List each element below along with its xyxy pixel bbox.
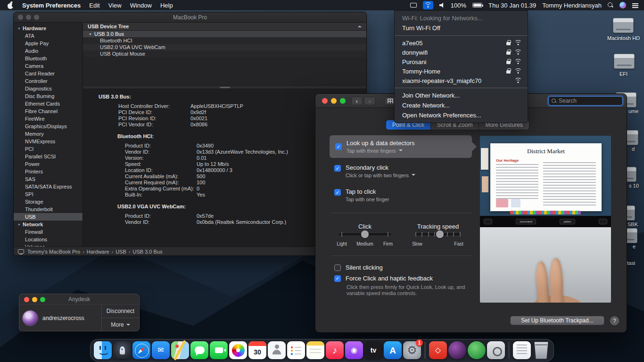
create-network-item[interactable]: Create Network... [395,100,528,110]
menu-edit[interactable]: Edit [89,2,99,9]
siri-icon[interactable] [619,2,626,8]
click-slider[interactable] [339,233,391,235]
dock-green-app-icon[interactable] [468,341,486,359]
dock-trash-icon[interactable] [532,341,550,359]
open-network-preferences-item[interactable]: Open Network Preferences... [395,110,528,120]
tracking-speed-thumb[interactable] [436,230,444,238]
dock-podcasts-icon[interactable]: ◉ [345,341,363,359]
menu-clock[interactable]: Thu 30 Jan 01.39 [488,2,536,9]
dock-maps-icon[interactable] [171,341,189,359]
sidebar-item-disc-burning[interactable]: Disc Burning [14,92,83,100]
dock-anydesk-icon[interactable]: ◇ [429,341,447,359]
display-icon[interactable] [410,3,417,8]
desktop-icon-label[interactable]: d [632,146,635,152]
tracking-speed-slider[interactable] [415,233,461,235]
wifi-network-item[interactable]: a7ee05 [395,38,528,48]
volume-icon[interactable] [439,3,445,8]
sidebar-item-locations[interactable]: Locations [14,236,83,243]
search-input[interactable] [559,98,619,104]
desktop-icon-label[interactable]: ume [628,108,638,114]
secondary-click-checkbox[interactable] [334,165,341,172]
sidebar-item-volumes[interactable]: Volumes [14,243,83,247]
desktop-icon-label[interactable]: SBK [627,222,638,227]
dock-safari-icon[interactable] [132,341,150,359]
disconnect-button[interactable]: Disconnect [102,304,139,318]
dock-music-icon[interactable]: ♪ [326,341,344,359]
minimize-button[interactable] [331,98,337,104]
desktop-icon-label[interactable]: tasi [627,260,635,266]
efi-drive-icon[interactable] [614,54,635,69]
wifi-network-item[interactable]: Purosani [395,57,528,66]
desktop-icon-label[interactable]: EFI [619,71,627,77]
wifi-network-item[interactable]: Tommy-Home [395,66,528,76]
silent-clicking-checkbox[interactable] [334,264,341,271]
sidebar-item-memory[interactable]: Memory [14,130,83,138]
wifi-network-item[interactable]: xiaomi-repeater-v3_miapfc70 [395,76,528,85]
close-button[interactable] [18,15,23,20]
menu-window[interactable]: Window [130,2,152,9]
spotlight-icon[interactable] [608,2,613,8]
menu-app-name[interactable]: System Preferences [22,2,81,9]
menu-help[interactable]: Help [160,2,173,9]
sidebar-item-apple-pay[interactable]: Apple Pay [14,40,83,47]
zoom-button[interactable] [340,98,346,104]
sidebar-item-ata[interactable]: ATA [14,32,83,40]
battery-icon[interactable] [472,3,482,8]
dock-calendar-icon[interactable]: 30 [248,341,266,359]
dock-documents-icon[interactable] [513,341,531,359]
sidebar-item-sata-sata-express[interactable]: SATA/SATA Express [14,183,83,190]
join-other-network-item[interactable]: Join Other Network... [395,90,528,100]
notification-center-icon[interactable] [632,3,638,8]
dock-photos-icon[interactable] [229,341,247,359]
macintosh-hd-icon[interactable] [613,18,634,33]
sidebar-item-firewall[interactable]: Firewall [14,228,83,236]
tree-item-usb-optical-mouse[interactable]: USB Optical Mouse [83,50,366,57]
back-button[interactable]: ‹ [351,97,363,105]
sidebar-item-printers[interactable]: Printers [14,168,83,175]
tree-item-bluetooth-hci[interactable]: Bluetooth HCI [83,37,366,44]
sidebar-item-pci[interactable]: PCI [14,145,83,153]
minimize-button[interactable] [26,15,31,20]
collapse-chevron-icon[interactable] [358,24,362,27]
dock-finder-icon[interactable] [94,341,112,359]
anydesk-titlebar[interactable]: Anydesk [19,294,139,304]
sidebar-item-network[interactable]: Network [14,221,83,228]
sidebar-item-nvmexpress[interactable]: NVMExpress [14,138,83,145]
sidebar-item-ethernet-cards[interactable]: Ethernet Cards [14,100,83,107]
apple-menu-icon[interactable] [8,2,14,9]
click-slider-thumb[interactable] [361,230,369,238]
sidebar-item-thunderbolt[interactable]: Thunderbolt [14,206,83,213]
sidebar-item-hardware[interactable]: Hardware [14,25,83,32]
forward-button[interactable]: › [364,97,375,105]
dock-gray-app-icon[interactable] [487,341,505,359]
tap-to-click-checkbox[interactable] [334,189,341,196]
desktop-icon-label[interactable]: Macintosh HD [607,35,640,41]
sidebar-item-usb[interactable]: USB [14,213,83,221]
sidebar-item-storage[interactable]: Storage [14,198,83,206]
wifi-network-item[interactable]: donnywifi [395,48,528,57]
desktop-icon-label[interactable]: e [633,244,636,249]
dock-notes-icon[interactable] [306,341,324,359]
dock-mail-icon[interactable]: ✉ [152,341,170,359]
sidebar-item-graphics-displays[interactable]: Graphics/Displays [14,123,83,130]
tree-item-webcam[interactable]: USB2.0 VGA UVC WebCam [83,44,366,50]
minimize-button[interactable] [32,297,37,302]
menu-user-name[interactable]: Tommy Hendriansyah [542,2,602,9]
sidebar-item-card-reader[interactable]: Card Reader [14,70,83,77]
sidebar-item-fibre-channel[interactable]: Fibre Channel [14,107,83,115]
force-click-checkbox[interactable] [334,275,341,282]
dock-messages-icon[interactable] [190,341,208,359]
option-gesture-dropdown[interactable]: Click or tap with two fingers [346,173,415,178]
dock-app-store-icon[interactable]: A [384,341,402,359]
sidebar-item-bluetooth[interactable]: Bluetooth [14,55,83,62]
sidebar-item-audio[interactable]: Audio [14,47,83,55]
tree-item-usb-30-bus[interactable]: USB 3.0 Bus [83,31,366,37]
zoom-button[interactable] [40,297,45,302]
dock-purple-app-icon[interactable] [448,341,466,359]
sidebar-item-firewire[interactable]: FireWire [14,115,83,123]
sysinfo-titlebar[interactable]: MacBook Pro [14,12,366,23]
more-button[interactable]: More [102,318,139,331]
sidebar-item-sas[interactable]: SAS [14,175,83,183]
sidebar-item-spi[interactable]: SPI [14,190,83,198]
wifi-menu-icon[interactable] [423,1,433,9]
